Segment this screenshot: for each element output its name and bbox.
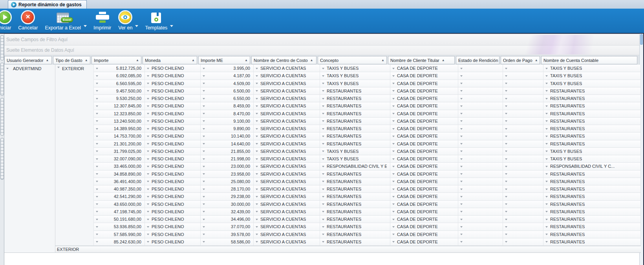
cell-filter-arrow[interactable] [322, 189, 324, 190]
cell-filter-arrow[interactable] [322, 241, 324, 243]
cell-filter-arrow[interactable] [505, 120, 507, 122]
cell-filter-arrow[interactable] [505, 143, 507, 145]
cell-filter-arrow[interactable] [322, 68, 324, 69]
cell-filter-arrow[interactable] [545, 75, 548, 77]
cell-filter-arrow[interactable] [545, 68, 548, 69]
cell-filter-arrow[interactable] [96, 241, 98, 243]
cell-filter-arrow[interactable] [392, 203, 395, 205]
cell-filter-arrow[interactable] [6, 68, 9, 69]
cell-filter-arrow[interactable] [203, 98, 205, 100]
cell-filter-arrow[interactable] [392, 196, 395, 198]
cell-filter-arrow[interactable] [392, 105, 395, 107]
cell-filter-arrow[interactable] [545, 203, 548, 205]
cell-filter-arrow[interactable] [505, 234, 507, 235]
cell-filter-arrow[interactable] [147, 68, 149, 69]
cell-filter-arrow[interactable] [505, 166, 507, 167]
cell-filter-arrow[interactable] [460, 98, 463, 100]
cell-filter-arrow[interactable] [96, 98, 98, 100]
cell-filter-arrow[interactable] [392, 226, 395, 228]
cell-filter-arrow[interactable] [96, 203, 98, 205]
cell-filter-arrow[interactable] [203, 203, 205, 205]
cell-filter-arrow[interactable] [505, 68, 507, 69]
cell-filter-arrow[interactable] [96, 173, 98, 175]
cell-filter-arrow[interactable] [392, 113, 395, 114]
cell-filter-arrow[interactable] [256, 211, 258, 212]
cell-filter-arrow[interactable] [256, 234, 258, 235]
cell-filter-arrow[interactable] [392, 173, 395, 175]
cell-filter-arrow[interactable] [505, 211, 507, 212]
cell-filter-arrow[interactable] [256, 241, 258, 243]
cell-filter-arrow[interactable] [460, 143, 463, 145]
cell-filter-arrow[interactable] [322, 136, 324, 137]
cell-filter-arrow[interactable] [203, 128, 205, 130]
cell-filter-arrow[interactable] [505, 136, 507, 137]
cell-filter-arrow[interactable] [147, 128, 149, 130]
data-drop-zone[interactable]: Suelte Elementos de Datos Aquí [4, 45, 639, 55]
cell-filter-arrow[interactable] [460, 75, 463, 77]
cell-filter-arrow[interactable] [96, 166, 98, 167]
cell-filter-arrow[interactable] [256, 105, 258, 107]
cell-filter-arrow[interactable] [96, 234, 98, 235]
iniciar-button[interactable]: Iniciar [0, 9, 15, 31]
cell-filter-arrow[interactable] [256, 136, 258, 137]
cell-filter-arrow[interactable] [147, 151, 149, 152]
filter-drop-zone[interactable]: Suelte Campos de Filtro Aquí [4, 34, 639, 45]
cell-filter-arrow[interactable] [545, 226, 548, 228]
cell-filter-arrow[interactable] [322, 166, 324, 167]
cell-filter-arrow[interactable] [203, 136, 205, 137]
cell-filter-arrow[interactable] [392, 211, 395, 212]
cell-filter-arrow[interactable] [322, 98, 324, 100]
cell-filter-arrow[interactable] [147, 181, 149, 182]
cell-filter-arrow[interactable] [460, 128, 463, 130]
cell-filter-arrow[interactable] [460, 219, 463, 220]
cell-filter-arrow[interactable] [505, 203, 507, 205]
cell-filter-arrow[interactable] [460, 189, 463, 190]
cell-filter-arrow[interactable] [322, 143, 324, 145]
cell-filter-arrow[interactable] [322, 219, 324, 220]
cell-filter-arrow[interactable] [147, 136, 149, 137]
cell-filter-arrow[interactable] [505, 196, 507, 198]
cell-filter-arrow[interactable] [147, 158, 149, 160]
cell-filter-arrow[interactable] [545, 173, 548, 175]
cell-filter-arrow[interactable] [392, 158, 395, 160]
cell-filter-arrow[interactable] [203, 151, 205, 152]
collapsed-panel-tab[interactable] [0, 35, 4, 60]
cell-filter-arrow[interactable] [322, 105, 324, 107]
cell-filter-arrow[interactable] [203, 158, 205, 160]
cell-filter-arrow[interactable] [256, 166, 258, 167]
cell-filter-arrow[interactable] [256, 68, 258, 69]
cell-filter-arrow[interactable] [256, 83, 258, 84]
cell-filter-arrow[interactable] [203, 75, 205, 77]
cell-filter-arrow[interactable] [505, 241, 507, 243]
cell-filter-arrow[interactable] [96, 226, 98, 228]
cell-filter-arrow[interactable] [505, 75, 507, 77]
column-header-nombre-de-centro-de-costo[interactable]: Nombre de Centro de Costo▲ [251, 56, 317, 64]
cell-filter-arrow[interactable] [322, 211, 324, 212]
cell-filter-arrow[interactable] [322, 203, 324, 205]
cell-filter-arrow[interactable] [505, 83, 507, 84]
cell-filter-arrow[interactable] [322, 120, 324, 122]
cell-filter-arrow[interactable] [147, 120, 149, 122]
cell-filter-arrow[interactable] [147, 105, 149, 107]
cell-filter-arrow[interactable] [545, 196, 548, 198]
cell-filter-arrow[interactable] [203, 143, 205, 145]
cell-filter-arrow[interactable] [96, 136, 98, 137]
column-header-importe-me[interactable]: Importe ME▲ [198, 56, 250, 64]
cell-filter-arrow[interactable] [96, 75, 98, 77]
tab-reporte-dinamico[interactable]: Reporte dinámico de gastos [8, 0, 87, 9]
cell-filter-arrow[interactable] [460, 113, 463, 114]
cell-filter-arrow[interactable] [147, 234, 149, 235]
cell-filter-arrow[interactable] [96, 83, 98, 84]
cell-filter-arrow[interactable] [392, 189, 395, 190]
cell-filter-arrow[interactable] [147, 90, 149, 92]
collapsed-panel-tab[interactable] [0, 138, 4, 180]
column-header-usuario-generador[interactable]: Usuario Generador▲ [4, 56, 52, 64]
cell-filter-arrow[interactable] [545, 83, 548, 84]
cell-filter-arrow[interactable] [147, 83, 149, 84]
cell-filter-arrow[interactable] [322, 90, 324, 92]
cell-filter-arrow[interactable] [505, 128, 507, 130]
cell-filter-arrow[interactable] [256, 98, 258, 100]
templates-dropdown-arrow[interactable] [170, 25, 173, 27]
cell-filter-arrow[interactable] [392, 136, 395, 137]
cell-filter-arrow[interactable] [203, 68, 205, 69]
